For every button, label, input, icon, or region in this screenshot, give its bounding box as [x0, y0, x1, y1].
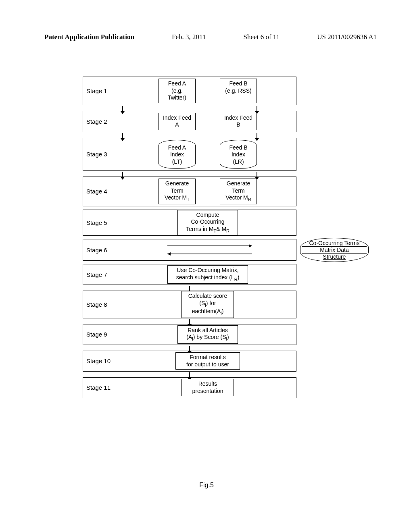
- stage-11-label: Stage 11: [83, 378, 119, 398]
- pub-date: Feb. 3, 2011: [172, 33, 206, 41]
- arrows-s3-s4: [83, 172, 296, 178]
- stage-11-row: Stage 11 Resultspresentation: [83, 377, 296, 398]
- stage-6-arrows-icon: [155, 242, 260, 258]
- stage-1-label: Stage 1: [83, 77, 119, 105]
- stage-7-label: Stage 7: [83, 264, 119, 285]
- search-subject-index-box: Use Co-Occuring Matrix,search subject in…: [167, 265, 248, 284]
- stage-8-row: Stage 8 Calculate score(Si) foreachItem(…: [83, 291, 296, 318]
- stage-9-row: Stage 9 Rank all Articles(Ai) by Score (…: [83, 324, 296, 345]
- disk-line-3: Structure: [302, 253, 367, 260]
- feed-a-index-cylinder: Feed AIndex(LT): [159, 140, 196, 169]
- feed-b-index-cylinder: Feed BIndex(LR): [220, 140, 257, 169]
- disk-line-1: Co-Occurring Terms: [302, 240, 367, 246]
- sheet-number: Sheet 6 of 11: [244, 33, 280, 41]
- format-results-box: Format resultsfor output to user: [175, 352, 240, 370]
- stage-5-row: Stage 5 ComputeCo-OccurringTerms in MT& …: [83, 210, 296, 236]
- stage-2-label: Stage 2: [83, 111, 119, 132]
- cooccurring-matrix-disk: Co-Occurring Terms Matrix Data Structure: [300, 238, 369, 262]
- figure-5: Stage 1 Feed A(e.g.Twitter) Feed B(e.g. …: [83, 77, 296, 401]
- figure-caption: Fig.5: [0, 482, 413, 489]
- gen-term-vector-mr-box: GenerateTermVector MR: [220, 179, 257, 204]
- compute-coocurring-box: ComputeCo-OccurringTerms in MT& MR: [177, 210, 238, 236]
- stage-3-row: Stage 3 Feed AIndex(LT) Feed BIndex(LR): [83, 138, 296, 171]
- calculate-score-box: Calculate score(Si) foreachItem(Ai): [181, 291, 234, 318]
- rank-articles-box: Rank all Articles(Ai) by Score (Si): [177, 325, 238, 344]
- publication-label: Patent Application Publication: [44, 33, 134, 41]
- disk-line-2: Matrix Data: [302, 246, 367, 253]
- stage-7-row: Stage 7 Use Co-Occuring Matrix,search su…: [83, 264, 296, 285]
- stage-10-label: Stage 10: [83, 351, 119, 371]
- svg-marker-1: [249, 244, 252, 247]
- stage-1-row: Stage 1 Feed A(e.g.Twitter) Feed B(e.g. …: [83, 77, 296, 105]
- stage-10-row: Stage 10 Format resultsfor output to use…: [83, 351, 296, 372]
- page-header: Patent Application Publication Feb. 3, 2…: [44, 33, 377, 41]
- publication-number: US 2011/0029636 A1: [317, 33, 377, 41]
- stage-6-label: Stage 6: [83, 239, 119, 260]
- index-feed-b-box: Index FeedB: [220, 113, 257, 130]
- arrows-s2-s3: [83, 134, 296, 139]
- stage-9-label: Stage 9: [83, 324, 119, 345]
- stage-6-row: Stage 6 Co-Occurring Terms Matrix Data S…: [83, 239, 296, 261]
- svg-marker-3: [167, 252, 171, 256]
- arrows-s1-s2: [83, 107, 296, 112]
- stage-2-row: Stage 2 Index FeedA Index FeedB: [83, 111, 296, 132]
- feed-b-box: Feed B(e.g. RSS): [220, 79, 257, 103]
- feed-a-box: Feed A(e.g.Twitter): [159, 79, 196, 103]
- stage-4-label: Stage 4: [83, 177, 119, 206]
- index-feed-a-box: Index FeedA: [159, 113, 196, 130]
- gen-term-vector-mt-box: GenerateTermVector MT: [159, 179, 196, 204]
- stage-3-label: Stage 3: [83, 138, 119, 171]
- results-presentation-box: Resultspresentation: [181, 379, 234, 396]
- stage-5-label: Stage 5: [83, 210, 119, 236]
- stage-8-label: Stage 8: [83, 291, 119, 318]
- stage-4-row: Stage 4 GenerateTermVector MT GenerateTe…: [83, 177, 296, 206]
